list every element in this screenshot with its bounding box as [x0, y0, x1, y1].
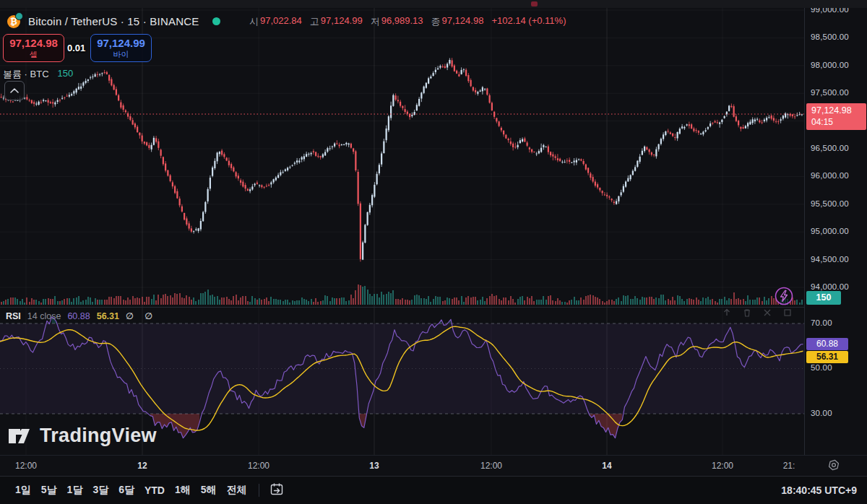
range-button-1y[interactable]: 1해 [170, 481, 196, 500]
rsi-params: 14 close [27, 311, 61, 321]
range-button-ytd[interactable]: YTD [139, 482, 170, 499]
rsi-tick: 50.00 [811, 363, 832, 372]
tether-icon [15, 12, 23, 20]
range-button-1d[interactable]: 1일 [10, 481, 36, 500]
current-price-value: 97,124.98 [811, 105, 866, 117]
time-tick-day: 13 [369, 461, 379, 471]
rsi-ma-value: 56.31 [97, 311, 119, 321]
time-tick: 12:00 [248, 461, 269, 471]
price-tick: 98,000.00 [811, 61, 849, 69]
time-tick-day: 12 [137, 461, 147, 471]
spread-value: 0.01 [67, 43, 85, 53]
clock-timezone[interactable]: 18:40:45 UTC+9 [781, 485, 857, 496]
watermark-text: TradingView [40, 425, 157, 447]
close-label: 종 [431, 15, 441, 28]
rsi-title: RSI [6, 311, 21, 321]
time-tick: 12:00 [480, 461, 502, 471]
tradingview-logo-icon [7, 426, 33, 446]
move-pane-up-icon[interactable] [722, 308, 731, 317]
current-price-badge: 97,124.98 04:15 [806, 103, 866, 130]
range-button-5d[interactable]: 5날 [36, 481, 62, 500]
sell-label: 셀 [30, 50, 38, 58]
cropped-toolbar-strip [0, 0, 867, 8]
tradingview-watermark: TradingView [7, 425, 157, 447]
boost-button[interactable] [774, 286, 794, 306]
volume-legend[interactable]: 볼륨 · BTC 150 [3, 68, 73, 81]
rsi-legend[interactable]: RSI 14 close 60.88 56.31 ∅ ∅ [6, 310, 157, 321]
close-pane-icon[interactable] [763, 308, 772, 317]
sell-button[interactable]: 97,124.98 셀 [3, 34, 64, 62]
rsi-pane-toolbar [722, 308, 792, 317]
close-value: 97,124.98 [442, 15, 484, 28]
bottom-toolbar: 1일 5날 1달 3달 6달 YTD 1해 5해 전체 18:40:45 UTC… [0, 476, 867, 504]
btc-usdt-pair-icon: ₿ [7, 14, 22, 28]
change-value: +102.14 (+0.11%) [491, 15, 566, 28]
range-button-all[interactable]: 전체 [222, 481, 252, 500]
chevron-up-icon [10, 88, 19, 93]
rsi-value: 60.88 [67, 311, 90, 321]
range-button-6m[interactable]: 6달 [113, 481, 139, 500]
range-button-3m[interactable]: 3달 [87, 481, 113, 500]
symbol-title[interactable]: Bitcoin / TetherUS · 15 · BINANCE [28, 15, 199, 27]
low-label: 저 [371, 15, 380, 28]
high-value: 97,124.99 [321, 15, 363, 28]
open-label: 시 [249, 15, 259, 28]
price-tick: 96,000.00 [811, 171, 849, 180]
price-tick: 96,500.00 [811, 144, 849, 152]
volume-badge: 150 [806, 291, 841, 305]
range-button-1m[interactable]: 1달 [62, 481, 88, 500]
lightning-icon [774, 286, 794, 306]
time-tick-day: 14 [602, 461, 611, 471]
volume-value: 150 [58, 68, 74, 81]
price-tick: 97,500.00 [811, 88, 849, 97]
buy-price: 97,124.99 [97, 38, 145, 50]
price-tick: 94,500.00 [811, 255, 849, 264]
gear-icon [827, 459, 841, 473]
symbol-legend[interactable]: ₿ Bitcoin / TetherUS · 15 · BINANCE [7, 14, 220, 28]
volume-title: 볼륨 · BTC [3, 68, 49, 81]
range-button-5y[interactable]: 5해 [196, 481, 222, 500]
price-tick: 98,500.00 [811, 32, 849, 41]
time-tick: 21: [783, 461, 795, 471]
tradingview-chart-window: ₿ Bitcoin / TetherUS · 15 · BINANCE 시97,… [0, 0, 867, 504]
collapse-legend-button[interactable] [4, 81, 25, 100]
sell-price: 97,124.98 [9, 38, 58, 50]
time-tick: 12:00 [712, 461, 733, 471]
time-axis[interactable]: 12:00 12 12:00 13 12:00 14 12:00 21: [0, 455, 867, 476]
maximize-pane-icon[interactable] [783, 308, 792, 317]
high-label: 고 [310, 15, 319, 28]
rsi-empty-values: ∅ ∅ [126, 310, 157, 321]
price-axis[interactable]: 99,000.00 98,500.00 98,000.00 97,500.00 … [804, 0, 867, 455]
rsi-tick: 70.00 [811, 318, 832, 327]
rsi-ma-badge: 56.31 [806, 351, 848, 363]
market-status-icon[interactable] [212, 17, 220, 25]
scale-settings-button[interactable] [827, 459, 842, 474]
time-tick: 12:00 [15, 461, 37, 471]
toolbar-artifact [531, 1, 538, 6]
low-value: 96,989.13 [381, 15, 423, 28]
bar-countdown: 04:15 [811, 117, 866, 128]
delete-pane-icon[interactable] [743, 308, 751, 317]
buy-label: 바이 [113, 50, 129, 58]
buy-button[interactable]: 97,124.99 바이 [90, 34, 152, 62]
go-to-date-button[interactable] [266, 481, 288, 500]
rsi-tick: 30.00 [811, 409, 832, 417]
chart-plot-area[interactable] [0, 0, 804, 458]
rsi-value-badge: 60.88 [806, 338, 848, 350]
price-tick: 94,000.00 [811, 282, 849, 291]
price-tick: 95,500.00 [811, 199, 849, 208]
price-tick: 95,000.00 [811, 227, 849, 235]
calendar-icon [270, 482, 284, 496]
open-value: 97,022.84 [260, 15, 302, 28]
ohlc-legend: 시97,022.84 고97,124.99 저96,989.13 종97,124… [249, 15, 566, 28]
toolbar-divider [259, 484, 259, 497]
